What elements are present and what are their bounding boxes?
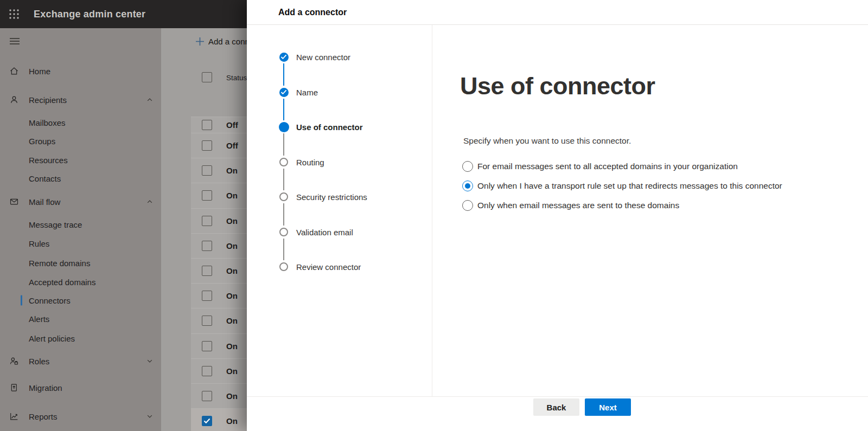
use-option-2[interactable]: Only when I have a transport rule set up…	[462, 176, 782, 196]
wizard-step-use-of-connector[interactable]: Use of connector	[247, 120, 431, 133]
screen: Exchange admin center HomeRecipientsMail…	[0, 0, 868, 431]
sidebar-item-migration[interactable]: Migration	[0, 378, 161, 397]
wizard-step-review-connector[interactable]: Review connector	[247, 260, 431, 273]
sidebar-item-label: Alerts	[29, 314, 49, 324]
sidebar-item-label: Resources	[29, 156, 68, 165]
sidebar-item-label: Rules	[29, 239, 49, 248]
wizard-step-new-connector[interactable]: New connector	[247, 50, 431, 63]
step-label: Use of connector	[296, 123, 363, 132]
sidebar-item-label: Reports	[29, 412, 58, 421]
sidebar-item-resources[interactable]: Resources	[0, 151, 161, 169]
step-label: Validation email	[296, 228, 353, 237]
hamburger-icon	[9, 37, 20, 48]
sidebar-item-label: Home	[29, 67, 50, 76]
sidebar-item-label: Message trace	[29, 220, 82, 229]
step-completed-check-icon	[279, 53, 289, 62]
status-cell: On	[226, 342, 238, 351]
sidebar-item-accepted-domains[interactable]: Accepted domains	[0, 273, 161, 291]
option-label: Only when email messages are sent to the…	[477, 201, 679, 210]
sidebar-item-rules[interactable]: Rules	[0, 234, 161, 253]
row-checkbox[interactable]	[202, 266, 212, 276]
step-connector-line	[283, 239, 284, 260]
reports-icon	[9, 411, 19, 421]
row-checkbox[interactable]	[202, 291, 212, 301]
sidebar-item-label: Mailboxes	[29, 118, 66, 127]
status-column-header: Status	[226, 74, 247, 82]
row-checkbox[interactable]	[202, 391, 212, 401]
radio-button[interactable]	[462, 200, 473, 211]
row-checkbox[interactable]	[202, 241, 212, 251]
mail-icon	[9, 197, 19, 207]
use-option-3[interactable]: Only when email messages are sent to the…	[462, 196, 782, 215]
plus-icon	[195, 37, 205, 46]
row-checkbox[interactable]	[202, 341, 212, 351]
sidebar-item-remote-domains[interactable]: Remote domains	[0, 254, 161, 272]
status-cell: On	[226, 391, 238, 401]
sidebar-item-label: Connectors	[29, 296, 71, 305]
next-button[interactable]: Next	[585, 398, 631, 416]
step-connector-line	[283, 99, 284, 120]
sidebar-item-label: Migration	[29, 383, 62, 393]
wizard-step-validation-email[interactable]: Validation email	[247, 226, 431, 239]
sidebar-item-groups[interactable]: Groups	[0, 132, 161, 150]
status-cell: On	[226, 191, 238, 200]
sidebar-item-message-trace[interactable]: Message trace	[0, 215, 161, 234]
hamburger-button[interactable]	[7, 35, 22, 50]
option-label: For email messages sent to all accepted …	[477, 162, 738, 171]
sidebar-item-home[interactable]: Home	[0, 62, 161, 80]
wizard-step-security-restrictions[interactable]: Security restrictions	[247, 190, 431, 203]
row-checkbox[interactable]	[202, 140, 212, 151]
row-checkbox[interactable]	[202, 366, 212, 376]
sidebar-item-label: Mail flow	[29, 197, 60, 207]
sidebar: HomeRecipientsMailboxesGroupsResourcesCo…	[0, 28, 161, 431]
sidebar-item-roles[interactable]: Roles	[0, 352, 161, 370]
radio-button[interactable]	[462, 161, 473, 172]
row-checkbox[interactable]	[202, 165, 212, 176]
sidebar-item-label: Alert policies	[29, 334, 75, 343]
row-checkbox[interactable]	[202, 416, 212, 426]
row-checkbox[interactable]	[202, 190, 212, 201]
status-cell: On	[226, 366, 238, 376]
step-connector-line	[283, 203, 284, 226]
status-cell: On	[226, 241, 238, 250]
sidebar-item-label: Contacts	[29, 174, 61, 183]
sidebar-item-connectors[interactable]: Connectors	[0, 291, 161, 310]
selected-indicator	[21, 295, 22, 306]
wizard-step-routing[interactable]: Routing	[247, 156, 431, 169]
back-button[interactable]: Back	[533, 398, 579, 416]
sidebar-item-mail-flow[interactable]: Mail flow	[0, 192, 161, 211]
step-upcoming-icon	[279, 262, 288, 271]
status-cell: Off	[226, 120, 238, 130]
step-connector-line	[283, 133, 284, 156]
status-cell: On	[226, 216, 238, 226]
step-label: Security restrictions	[296, 192, 367, 202]
radio-group: For email messages sent to all accepted …	[462, 157, 782, 215]
select-all-checkbox[interactable]	[202, 72, 212, 82]
wizard-steps: New connectorNameUse of connectorRouting…	[247, 25, 432, 396]
sidebar-item-reports[interactable]: Reports	[0, 407, 161, 426]
sidebar-item-alert-policies[interactable]: Alert policies	[0, 329, 161, 348]
sidebar-item-mailboxes[interactable]: Mailboxes	[0, 113, 161, 132]
step-upcoming-icon	[279, 192, 288, 201]
chevron-up-icon	[146, 96, 154, 104]
status-cell: Off	[226, 141, 238, 150]
home-icon	[9, 66, 19, 76]
add-connector-panel: Add a connector New connectorNameUse of …	[247, 0, 868, 431]
sidebar-item-contacts[interactable]: Contacts	[0, 169, 161, 188]
row-checkbox[interactable]	[202, 216, 212, 226]
sidebar-item-label: Accepted domains	[29, 278, 95, 287]
option-label: Only when I have a transport rule set up…	[477, 181, 782, 191]
radio-button[interactable]	[462, 181, 473, 191]
row-checkbox[interactable]	[202, 120, 212, 130]
app-launcher-icon	[8, 8, 20, 20]
sidebar-item-label: Groups	[29, 137, 55, 146]
sidebar-item-recipients[interactable]: Recipients	[0, 91, 161, 109]
panel-header: Add a connector	[247, 0, 868, 25]
app-launcher-button[interactable]	[0, 0, 28, 28]
sidebar-item-alerts[interactable]: Alerts	[0, 310, 161, 328]
row-checkbox[interactable]	[202, 316, 212, 326]
step-completed-check-icon	[279, 88, 289, 97]
step-connector-line	[283, 169, 284, 190]
wizard-step-name[interactable]: Name	[247, 86, 431, 99]
use-option-1[interactable]: For email messages sent to all accepted …	[462, 157, 782, 176]
